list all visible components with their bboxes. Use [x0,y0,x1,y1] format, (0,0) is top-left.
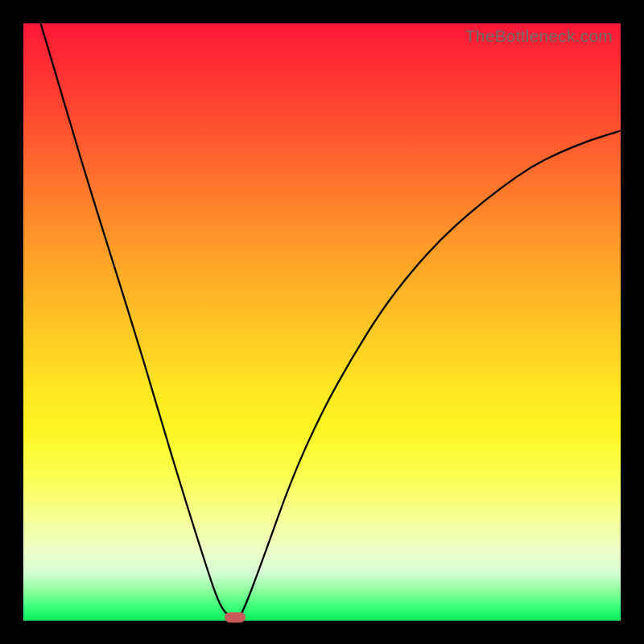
plot-area: TheBottleneck.com [23,23,621,621]
curve-svg [23,23,621,621]
bottleneck-curve-path [23,23,621,617]
chart-frame: TheBottleneck.com [0,0,644,644]
optimal-point-marker [225,613,246,623]
